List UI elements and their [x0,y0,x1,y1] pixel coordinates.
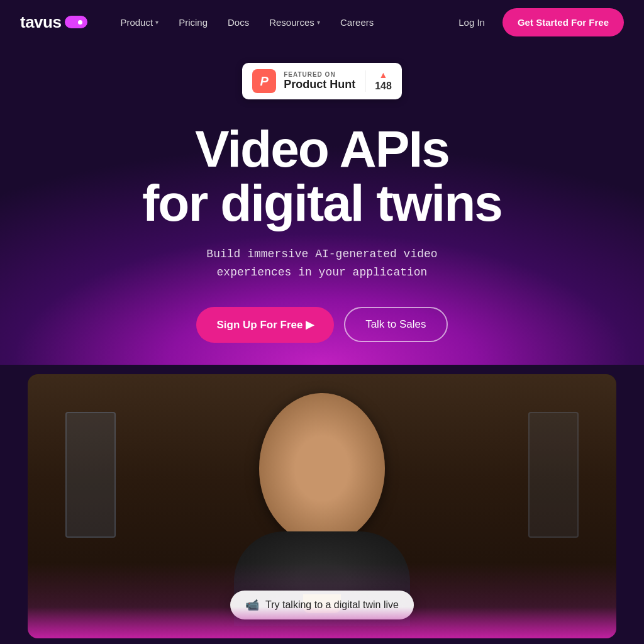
product-hunt-badge[interactable]: P FEATURED ON Product Hunt ▲ 148 [242,63,402,99]
logo-text: tavus [20,13,61,32]
logo-icon [65,16,87,28]
video-preview[interactable]: 📹 Try talking to a digital twin live [28,374,616,638]
nav-careers[interactable]: Careers [333,12,381,33]
nav-resources[interactable]: Resources ▾ [262,12,328,33]
upvote-arrow-icon: ▲ [379,70,388,79]
get-started-button[interactable]: Get Started For Free [502,8,624,36]
hero-section: P FEATURED ON Product Hunt ▲ 148 Video A… [0,44,644,638]
cta-buttons: Sign Up For Free ▶ Talk to Sales [196,307,447,343]
chevron-down-icon: ▾ [155,19,158,26]
ph-featured-label: FEATURED ON [284,71,335,78]
talk-to-sales-button[interactable]: Talk to Sales [344,307,447,342]
logo-dot-white [78,20,82,25]
signup-button[interactable]: Sign Up For Free ▶ [196,307,334,343]
logo[interactable]: tavus [20,13,87,32]
ph-votes: ▲ 148 [365,70,392,92]
navigation: tavus Product ▾ Pricing Docs Resources ▾… [0,0,644,44]
ph-vote-count: 148 [375,80,392,92]
subheadline-line1: Build immersive AI-generated video [206,248,437,260]
hero-headline: Video APIs for digital twins [142,122,502,230]
logo-dot-pink [70,19,76,25]
window-left [65,412,116,538]
product-hunt-text: FEATURED ON Product Hunt [284,71,355,91]
face-oval [259,393,385,544]
product-hunt-icon: P [252,69,276,93]
nav-product[interactable]: Product ▾ [113,12,166,33]
ph-name-label: Product Hunt [284,78,355,91]
nav-right: Log In Get Started For Free [451,8,624,36]
headline-line2: for digital twins [142,174,502,231]
login-button[interactable]: Log In [451,12,492,33]
nav-links: Product ▾ Pricing Docs Resources ▾ Caree… [113,12,451,33]
hero-subheadline: Build immersive AI-generated video exper… [206,245,437,282]
bottom-glow [28,607,616,638]
chevron-down-icon: ▾ [317,19,320,26]
nav-docs[interactable]: Docs [220,12,257,33]
subheadline-line2: experiences in your application [217,266,428,279]
window-right [528,412,579,538]
headline-line1: Video APIs [195,120,449,177]
nav-pricing[interactable]: Pricing [171,12,215,33]
